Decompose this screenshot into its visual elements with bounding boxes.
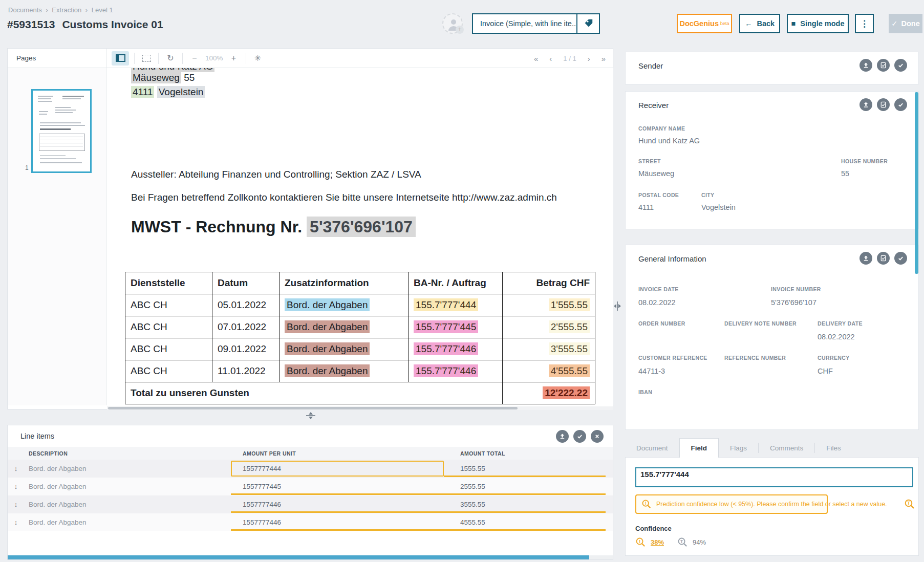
tab-document[interactable]: Document: [625, 438, 679, 458]
zoom-out-button[interactable]: −: [188, 54, 201, 63]
queue-tag-button[interactable]: [576, 14, 599, 33]
side-panel-resize-handle[interactable]: [613, 296, 622, 316]
section-confirm-button[interactable]: [894, 252, 907, 265]
invoice-number-field[interactable]: 5'376'696'107: [771, 298, 816, 307]
doc-highlight-ba-number[interactable]: 155.7'777'444: [414, 298, 478, 311]
description-cell[interactable]: Bord. der Abgaben: [24, 483, 231, 490]
amount-per-unit-cell[interactable]: 1557777446: [231, 513, 444, 531]
line-items-delete-button[interactable]: [591, 430, 604, 443]
amount-per-unit-cell[interactable]: 1557777445: [231, 478, 444, 495]
doc-city-line[interactable]: 4111 Vogelstein: [131, 87, 205, 98]
doc-highlight-amount[interactable]: 2'555.55: [549, 320, 590, 333]
row-drag-handle[interactable]: ↕: [8, 483, 24, 490]
prediction-confidence-value[interactable]: 38%: [651, 538, 664, 546]
currency-field[interactable]: CHF: [818, 367, 833, 375]
description-cell[interactable]: Bord. der Abgaben: [24, 501, 231, 508]
document-horizontal-scrollbar[interactable]: [107, 406, 613, 410]
field-label: DELIVERY DATE: [818, 320, 863, 327]
next-page-button[interactable]: ›: [588, 54, 590, 63]
breadcrumb-level[interactable]: Level 1: [92, 6, 113, 14]
line-items-confirm-button[interactable]: [573, 430, 586, 443]
row-drag-handle[interactable]: ↕: [8, 465, 24, 472]
amount-total-cell[interactable]: 2555.55: [444, 478, 606, 495]
tab-comments[interactable]: Comments: [759, 438, 814, 458]
doc-highlight-info[interactable]: Bord. der Abgaben: [285, 342, 370, 355]
toggle-thumbnails-button[interactable]: [112, 51, 129, 66]
delivery-date-field[interactable]: 08.02.2022: [818, 333, 855, 341]
field-value-input[interactable]: 155.7'777'444: [635, 467, 913, 487]
customer-reference-field[interactable]: 44711-3: [638, 367, 665, 375]
first-page-button[interactable]: «: [534, 54, 538, 63]
tab-field[interactable]: Field: [679, 438, 719, 458]
doc-highlight-amount[interactable]: 4'555.55: [549, 364, 590, 377]
doc-street-line[interactable]: Mäuseweg 55: [131, 72, 195, 83]
description-cell[interactable]: Bord. der Abgaben: [24, 465, 231, 472]
line-items-horizontal-scrollbar[interactable]: [8, 555, 613, 559]
section-confirm-button[interactable]: [894, 59, 907, 72]
tab-flags[interactable]: Flags: [719, 438, 758, 458]
section-upload-button[interactable]: [859, 59, 872, 72]
previous-page-button[interactable]: ‹: [549, 54, 552, 63]
doc-highlight-info[interactable]: Bord. der Abgaben: [285, 320, 370, 333]
last-page-button[interactable]: »: [601, 54, 606, 63]
select-region-button[interactable]: [140, 55, 153, 62]
doc-highlight-amount[interactable]: 3'555.55: [549, 342, 590, 355]
amount-per-unit-cell[interactable]: 1557777446: [231, 495, 444, 513]
house-number-field[interactable]: 55: [841, 169, 849, 178]
tab-files[interactable]: Files: [815, 438, 852, 458]
receiver-section: Receiver COMPANY NAME Hund und Katz AG S…: [625, 91, 919, 229]
city-field[interactable]: Vogelstein: [701, 203, 736, 211]
more-options-button[interactable]: ⋮: [855, 14, 874, 33]
check-icon: [576, 433, 583, 440]
rotate-page-button[interactable]: ↻: [164, 53, 177, 63]
assignee-avatar[interactable]: +: [442, 13, 463, 34]
zoom-in-button[interactable]: +: [227, 54, 241, 63]
doc-invoice-number-highlight[interactable]: 5'376'696'107: [307, 217, 416, 237]
amount-total-cell[interactable]: 3555.55: [444, 495, 606, 513]
confidence-row: ! 38% T 94%: [635, 537, 706, 548]
section-validate-button[interactable]: [877, 98, 890, 111]
page-thumbnail-1[interactable]: [31, 89, 92, 173]
postal-code-field[interactable]: 4111: [638, 203, 654, 211]
sidebar-scrollbar[interactable]: [915, 92, 918, 274]
doc-highlight-ba-number[interactable]: 155.7'777'446: [414, 364, 478, 377]
document-canvas[interactable]: Hund und Katz AG Mäuseweg 55 4111 Vogels…: [107, 68, 613, 405]
doc-highlight-amount[interactable]: 1'555.55: [549, 298, 590, 311]
section-upload-button[interactable]: [859, 98, 872, 111]
line-item-row[interactable]: ↕ Bord. der Abgaben 1557777444 1555.55: [8, 460, 613, 478]
line-items-upload-button[interactable]: [556, 430, 569, 443]
done-button[interactable]: ✓ Done: [889, 14, 922, 33]
street-field[interactable]: Mäuseweg: [638, 169, 674, 178]
ocr-suggestion-icon[interactable]: T: [904, 499, 915, 510]
section-validate-button[interactable]: [877, 59, 890, 72]
fit-to-screen-button[interactable]: ✳: [251, 53, 265, 63]
line-item-row[interactable]: ↕ Bord. der Abgaben 1557777446 4555.55: [8, 513, 613, 531]
company-name-field[interactable]: Hund und Katz AG: [638, 137, 700, 145]
amount-per-unit-cell[interactable]: 1557777444: [231, 460, 444, 478]
single-mode-button[interactable]: ■ Single mode: [787, 14, 849, 33]
breadcrumb-documents[interactable]: Documents: [8, 6, 42, 14]
bottom-panel-resize-handle[interactable]: [303, 412, 318, 420]
doc-highlight-ba-number[interactable]: 155.7'777'446: [414, 342, 478, 355]
amount-total-cell[interactable]: 1555.55: [444, 460, 606, 478]
amount-total-cell[interactable]: 4555.55: [444, 513, 606, 531]
section-validate-button[interactable]: [877, 252, 890, 265]
section-upload-button[interactable]: [859, 252, 872, 265]
row-drag-handle[interactable]: ↕: [8, 518, 24, 526]
invoice-date-field[interactable]: 08.02.2022: [638, 298, 676, 307]
doc-highlight-info[interactable]: Bord. der Abgaben: [285, 298, 370, 311]
docgenius-button[interactable]: DocGeniusbeta: [677, 14, 732, 33]
scrollbar-thumb[interactable]: [8, 555, 589, 559]
doc-highlight-total[interactable]: 12'222.22: [543, 386, 590, 399]
line-item-row[interactable]: ↕ Bord. der Abgaben 1557777445 2555.55: [8, 478, 613, 495]
section-confirm-button[interactable]: [894, 98, 907, 111]
queue-selector[interactable]: Invoice (Simple, with line ite...: [472, 13, 600, 34]
back-button[interactable]: ← Back: [739, 14, 780, 33]
doc-highlight-ba-number[interactable]: 155.7'777'445: [414, 320, 478, 333]
row-drag-handle[interactable]: ↕: [8, 501, 24, 508]
breadcrumb-extraction[interactable]: Extraction: [52, 6, 81, 14]
line-item-row[interactable]: ↕ Bord. der Abgaben 1557777446 3555.55: [8, 495, 613, 513]
description-cell[interactable]: Bord. der Abgaben: [24, 518, 231, 526]
scrollbar-thumb[interactable]: [108, 407, 518, 409]
doc-highlight-info[interactable]: Bord. der Abgaben: [285, 364, 370, 377]
